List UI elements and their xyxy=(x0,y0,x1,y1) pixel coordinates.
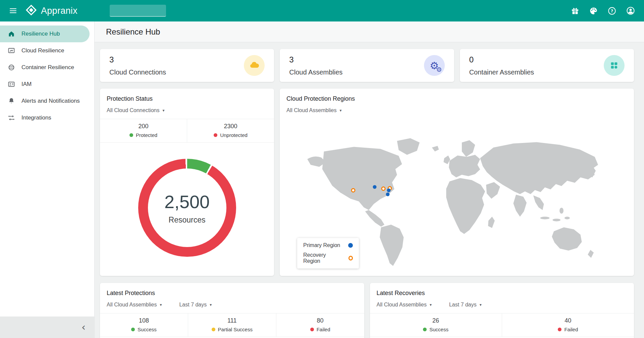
latest-recoveries-title: Latest Recoveries xyxy=(370,283,634,297)
primary-region-dot-icon xyxy=(348,243,353,248)
assemblies-filter[interactable]: All Cloud Assemblies ▾ xyxy=(377,302,432,308)
primary-region-marker xyxy=(387,189,390,192)
cloud-connections-filter[interactable]: All Cloud Connections ▾ xyxy=(107,107,164,113)
recoveries-stats-strip: 26 Success 40 Failed xyxy=(370,313,634,337)
sidebar-item-alerts-and-notifications[interactable]: Alerts and Notifications xyxy=(0,93,94,109)
failed-stat: 40 Failed xyxy=(502,313,634,337)
legend-label: Recovery Region xyxy=(303,252,342,264)
failed-label: Failed xyxy=(564,327,578,332)
latest-recoveries-card: Latest Recoveries All Cloud Assemblies ▾… xyxy=(370,283,634,338)
grid-icon xyxy=(604,55,625,76)
success-stat: 26 Success xyxy=(370,313,502,337)
mid-row: Protection Status All Cloud Connections … xyxy=(100,89,634,276)
sidebar: Resilience Hub Cloud Resilience Containe… xyxy=(0,21,95,338)
assemblies-filter[interactable]: All Cloud Assemblies ▾ xyxy=(107,302,162,308)
chevron-down-icon: ▾ xyxy=(339,108,341,113)
unprotected-dot-icon xyxy=(214,133,217,137)
regions-title: Cloud Protection Regions xyxy=(280,89,634,102)
sidebar-item-resilience-hub[interactable]: Resilience Hub xyxy=(0,26,90,42)
container-assemblies-card[interactable]: 0 Container Assemblies xyxy=(460,49,634,82)
primary-region-marker xyxy=(373,185,377,189)
legend-primary-region: Primary Region xyxy=(303,242,353,248)
stat-card-row: 3 Cloud Connections 3 Cloud Assemblies ⚙… xyxy=(100,49,634,82)
account-icon[interactable] xyxy=(625,5,637,17)
cloud-assemblies-label: Cloud Assemblies xyxy=(289,68,342,76)
topbar: Appranix ? xyxy=(0,0,644,21)
content: 3 Cloud Connections 3 Cloud Assemblies ⚙… xyxy=(95,42,644,338)
failed-label: Failed xyxy=(317,327,330,332)
cloud-connections-count: 3 xyxy=(109,55,166,64)
sidebar-collapse-button[interactable]: ‹ xyxy=(82,322,86,332)
chevron-down-icon: ▾ xyxy=(210,302,212,307)
cloud-resilience-icon xyxy=(7,47,15,55)
donut-unit: Resources xyxy=(169,215,206,225)
sidebar-item-container-resilience[interactable]: Container Resilience xyxy=(0,59,94,76)
menu-icon[interactable] xyxy=(7,5,19,16)
recovery-region-ring-icon xyxy=(348,256,353,260)
protection-status-title: Protection Status xyxy=(100,89,274,102)
page-header: Resilience Hub xyxy=(95,21,644,42)
chevron-down-icon: ▾ xyxy=(162,108,164,113)
timerange-filter[interactable]: Last 7 days ▾ xyxy=(179,302,212,308)
protection-donut-ring: 2,500 Resources xyxy=(138,159,236,257)
chevron-down-icon: ▾ xyxy=(430,302,432,307)
sidebar-item-integrations[interactable]: Integrations xyxy=(0,109,94,126)
gears-icon: ⚙⚙ xyxy=(424,55,445,76)
cloud-assemblies-card[interactable]: 3 Cloud Assemblies ⚙⚙ xyxy=(280,49,454,82)
success-dot-icon xyxy=(131,328,135,331)
cloud-assemblies-count: 3 xyxy=(289,55,342,64)
success-label: Success xyxy=(429,327,448,332)
filter-label: All Cloud Assemblies xyxy=(377,302,427,308)
protected-value: 200 xyxy=(100,123,187,130)
container-assemblies-label: Container Assemblies xyxy=(469,68,534,76)
unprotected-label: Unprotected xyxy=(220,132,248,138)
sidebar-item-label: Cloud Resilience xyxy=(21,47,64,54)
donut-total: 2,500 xyxy=(164,191,210,212)
cloud-connections-card[interactable]: 3 Cloud Connections xyxy=(100,49,274,82)
success-stat: 108 Success xyxy=(100,313,188,337)
container-assemblies-count: 0 xyxy=(469,55,534,64)
help-icon[interactable]: ? xyxy=(606,5,618,17)
success-value: 26 xyxy=(370,317,502,324)
filter-label: All Cloud Assemblies xyxy=(286,107,336,113)
gift-icon[interactable] xyxy=(569,5,581,17)
failed-dot-icon xyxy=(310,328,314,331)
cloud-connections-label: Cloud Connections xyxy=(109,68,166,76)
bottom-row: Latest Protections All Cloud Assemblies … xyxy=(100,283,634,338)
unprotected-stat: 2300 Unprotected xyxy=(187,119,274,142)
latest-protections-card: Latest Protections All Cloud Assemblies … xyxy=(100,283,364,338)
map-legend: Primary Region Recovery Region xyxy=(297,238,359,269)
primary-region-marker xyxy=(386,192,389,196)
integrations-icon xyxy=(7,114,15,122)
protected-stat: 200 Protected xyxy=(100,119,187,142)
partial-success-value: 111 xyxy=(188,317,276,324)
brand[interactable]: Appranix xyxy=(25,4,77,17)
sidebar-item-iam[interactable]: IAM xyxy=(0,76,94,93)
failed-stat: 80 Failed xyxy=(276,313,364,337)
partial-success-dot-icon xyxy=(212,328,215,331)
legend-label: Primary Region xyxy=(303,242,340,248)
palette-icon[interactable] xyxy=(588,5,599,17)
latest-protections-title: Latest Protections xyxy=(100,283,364,297)
brand-name: Appranix xyxy=(41,6,77,16)
filter-label: All Cloud Connections xyxy=(107,107,159,113)
org-selector-redacted[interactable] xyxy=(110,5,166,17)
filter-label: All Cloud Assemblies xyxy=(107,302,157,308)
page-title: Resilience Hub xyxy=(106,27,160,37)
filter-label: Last 7 days xyxy=(449,302,477,308)
sidebar-item-label: Integrations xyxy=(21,114,51,121)
iam-badge-icon xyxy=(7,80,15,88)
protection-stats-strip: 200 Protected 2300 Unprotected xyxy=(100,119,274,143)
filter-label: Last 7 days xyxy=(179,302,207,308)
sidebar-item-cloud-resilience[interactable]: Cloud Resilience xyxy=(0,42,94,59)
recovery-region-marker xyxy=(351,188,356,193)
unprotected-value: 2300 xyxy=(187,123,274,130)
cloud-assemblies-filter[interactable]: All Cloud Assemblies ▾ xyxy=(286,107,341,113)
success-dot-icon xyxy=(423,328,427,331)
protection-status-card: Protection Status All Cloud Connections … xyxy=(100,89,274,276)
partial-success-label: Partial Success xyxy=(218,327,253,332)
timerange-filter[interactable]: Last 7 days ▾ xyxy=(449,302,482,308)
container-resilience-icon xyxy=(7,63,15,71)
sidebar-item-label: Container Resilience xyxy=(21,64,74,71)
bell-icon xyxy=(7,97,15,105)
